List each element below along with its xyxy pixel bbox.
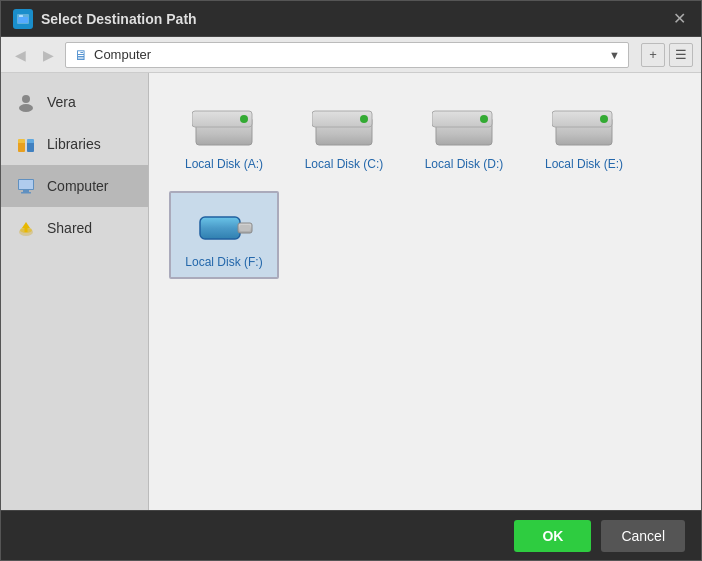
nav-bar: ◀ ▶ 🖥 Computer ▼ + ☰ (1, 37, 701, 73)
drive-item-a[interactable]: Local Disk (A:) (169, 93, 279, 181)
svg-point-22 (360, 115, 368, 123)
svg-rect-1 (18, 17, 28, 23)
drive-icon-d (432, 105, 496, 149)
svg-point-3 (22, 95, 30, 103)
svg-rect-2 (19, 15, 23, 17)
svg-rect-12 (21, 192, 31, 194)
svg-rect-10 (19, 180, 33, 189)
drive-item-d[interactable]: Local Disk (D:) (409, 93, 519, 181)
new-folder-button[interactable]: + (641, 43, 665, 67)
sidebar-item-shared[interactable]: Shared (1, 207, 148, 249)
svg-point-25 (480, 115, 488, 123)
drive-label-f: Local Disk (F:) (185, 255, 262, 269)
svg-point-28 (600, 115, 608, 123)
sidebar-computer-label: Computer (47, 178, 108, 194)
main-content: Vera Libraries (1, 73, 701, 510)
drive-icon-a (192, 105, 256, 149)
breadcrumb-text: Computer (94, 47, 603, 62)
dialog-icon (13, 9, 33, 29)
svg-rect-11 (23, 190, 29, 192)
back-button[interactable]: ◀ (9, 44, 31, 66)
breadcrumb-icon: 🖥 (74, 47, 88, 63)
svg-rect-7 (27, 142, 34, 152)
svg-point-4 (19, 104, 33, 112)
breadcrumb-dropdown-icon[interactable]: ▼ (609, 49, 620, 61)
ok-button[interactable]: OK (514, 520, 591, 552)
select-destination-dialog: Select Destination Path ✕ ◀ ▶ 🖥 Computer… (0, 0, 702, 561)
svg-rect-16 (25, 227, 28, 232)
svg-rect-29 (200, 217, 240, 239)
title-bar: Select Destination Path ✕ (1, 1, 701, 37)
drive-label-c: Local Disk (C:) (305, 157, 384, 171)
drive-item-e[interactable]: Local Disk (E:) (529, 93, 639, 181)
svg-point-19 (240, 115, 248, 123)
sidebar-item-libraries[interactable]: Libraries (1, 123, 148, 165)
svg-rect-8 (27, 139, 34, 143)
sidebar-item-vera[interactable]: Vera (1, 81, 148, 123)
sidebar-item-computer[interactable]: Computer (1, 165, 148, 207)
drive-label-d: Local Disk (D:) (425, 157, 504, 171)
shared-icon (15, 217, 37, 239)
sidebar-libraries-label: Libraries (47, 136, 101, 152)
svg-rect-5 (18, 142, 25, 152)
drive-icon-c (312, 105, 376, 149)
computer-icon (15, 175, 37, 197)
dialog-title: Select Destination Path (41, 11, 669, 27)
user-icon (15, 91, 37, 113)
drive-label-e: Local Disk (E:) (545, 157, 623, 171)
footer: OK Cancel (1, 510, 701, 560)
cancel-button[interactable]: Cancel (601, 520, 685, 552)
libraries-icon (15, 133, 37, 155)
drive-item-f[interactable]: Local Disk (F:) (169, 191, 279, 279)
file-area: Local Disk (A:) (149, 73, 701, 510)
sidebar-vera-label: Vera (47, 94, 76, 110)
view-button[interactable]: ☰ (669, 43, 693, 67)
close-button[interactable]: ✕ (669, 9, 689, 29)
drive-label-a: Local Disk (A:) (185, 157, 263, 171)
sidebar: Vera Libraries (1, 73, 149, 510)
svg-rect-6 (18, 139, 25, 143)
drive-icon-e (552, 105, 616, 149)
svg-rect-31 (240, 225, 250, 231)
forward-button[interactable]: ▶ (37, 44, 59, 66)
drive-icon-f (192, 203, 256, 247)
drive-item-c[interactable]: Local Disk (C:) (289, 93, 399, 181)
nav-actions: + ☰ (641, 43, 693, 67)
sidebar-shared-label: Shared (47, 220, 92, 236)
breadcrumb-bar: 🖥 Computer ▼ (65, 42, 629, 68)
